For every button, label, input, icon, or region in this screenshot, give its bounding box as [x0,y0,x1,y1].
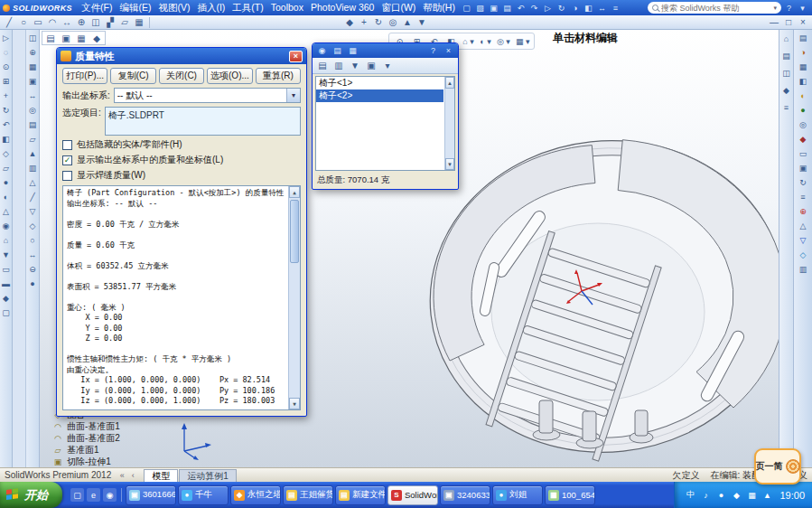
schedule-render-icon[interactable]: ▣ [797,162,809,174]
options-button[interactable]: 选项(O)... [207,68,252,84]
tree-item-cut-extrude-1[interactable]: ▣ 切除-拉伸1 [52,456,188,467]
close-icon[interactable]: × [796,16,810,29]
hole-alignment-icon[interactable]: ○ [26,234,39,247]
menu-help[interactable]: 帮助(H) [419,0,459,15]
circle-icon[interactable]: ○ [16,16,31,29]
custom-properties-icon[interactable]: ≡ [780,101,793,114]
render-options-icon[interactable]: ≡ [797,191,809,203]
save-list-icon[interactable]: ▣ [364,60,378,72]
dimension-icon[interactable]: ↔ [60,16,74,29]
feature-tree-tab-icon[interactable]: ▤ [43,32,58,44]
arc-icon[interactable]: ◠ [45,16,60,29]
shadow-icon[interactable]: ◐ [0,191,13,203]
smart-fastener-icon[interactable]: ▣ [26,75,39,88]
simulation-icon[interactable]: ▽ [797,234,809,247]
list-item[interactable]: 椅子<1> [316,77,443,89]
file-explorer-icon[interactable]: ◫ [780,67,793,80]
render-icon[interactable]: ● [797,104,809,117]
standard-views-icon[interactable]: ⌂ [0,234,13,247]
wireframe-icon[interactable]: ◇ [0,147,13,160]
normal-to-icon[interactable]: ▼ [0,249,13,261]
integrated-preview-icon[interactable]: ◎ [797,118,809,131]
redo-icon[interactable]: ↷ [527,2,541,14]
render-region-icon[interactable]: ▭ [797,147,809,160]
update-icon[interactable]: ▲ [761,489,773,502]
clearance-verification-icon[interactable]: ◇ [26,220,39,232]
help-icon[interactable]: ? [426,45,440,56]
final-render-icon[interactable]: ◆ [797,133,809,146]
insert-component-icon[interactable]: ◫ [26,32,39,44]
media-player-icon[interactable]: ◉ [103,488,117,502]
sketch-icon[interactable]: ╱ [2,16,16,29]
decals-icon[interactable]: ◧ [797,75,809,88]
show-weld-mass-checkbox[interactable]: 显示焊缝质量(W) [62,169,301,182]
mate-icon[interactable]: ⊕ [74,16,89,29]
shaded-icon[interactable]: ● [0,176,13,189]
mass-properties-icon[interactable]: ⊖ [26,263,39,276]
search-caret-icon[interactable]: ▾ [773,5,777,12]
configuration-manager-tab-icon[interactable]: ▦ [74,32,89,44]
task-sw-document[interactable]: ▣ 3240633.d... [440,485,490,505]
pattern-icon[interactable]: ▞ [103,16,117,29]
motion-icon[interactable]: △ [797,220,809,232]
task-folder-2[interactable]: ▤ 新建文件夹 [335,485,386,505]
open-icon[interactable]: ▧ [473,2,487,14]
interference-icon[interactable]: ▼ [415,16,429,29]
checkbox-icon[interactable]: ✓ [62,155,72,165]
tree-item-surface-plane-2[interactable]: ◠ 曲面-基准面2 [52,432,188,444]
minimize-icon[interactable]: — [767,16,781,29]
scroll-down-icon[interactable]: ▼ [445,158,454,170]
lasso-icon[interactable]: ◌ [0,46,13,59]
scroll-up-icon[interactable]: ▲ [445,77,454,89]
task-qq-liujie[interactable]: ● 刘姐 [492,485,543,505]
hide-show-items-icon[interactable]: ◎ ▾ [495,34,512,48]
section-view-icon[interactable]: ◧ [0,133,13,146]
sensor-icon[interactable]: ● [26,278,39,290]
flow-icon[interactable]: ◇ [797,249,809,261]
zoom-fit-icon[interactable]: ⊙ [0,61,13,73]
show-desktop-icon[interactable]: ▢ [70,488,84,502]
status-under-defined[interactable]: 欠定义 [672,469,699,482]
task-folder-1[interactable]: ▤ 王姐催货单 [283,485,333,505]
appearances-icon[interactable]: ◑ [797,46,809,59]
tree-item-plane-1[interactable]: ▱ 基准面1 [52,444,188,456]
zoom-area-icon[interactable]: ⊞ [0,75,13,88]
list-view-icon[interactable]: ▤ [331,45,344,56]
section-icon[interactable]: ◧ [582,2,595,14]
mate-icon[interactable]: ⊕ [26,46,39,59]
save-icon[interactable]: ▣ [487,2,500,14]
previous-view-icon[interactable]: ↶ [0,118,13,131]
ime-icon[interactable]: 中 [684,489,696,502]
front-view-icon[interactable]: ▭ [0,263,13,276]
pin-icon[interactable]: ◉ [315,45,329,56]
perspective-icon[interactable]: △ [0,205,13,218]
top-view-icon[interactable]: ▬ [0,278,13,290]
mascot-widget[interactable]: 页一简 [754,448,801,484]
reference-geometry-icon[interactable]: ▱ [26,133,39,146]
menu-view[interactable]: 视图(V) [154,0,193,15]
evaluate-icon[interactable]: ▦ [132,16,146,29]
body-list-dialog-titlebar[interactable]: ◉▤▦ ?× [313,43,458,58]
menu-tools[interactable]: 工具(T) [229,0,266,15]
list-scrollbar[interactable]: ▲ ▼ [444,77,454,170]
rotate-component-icon[interactable]: ↻ [371,16,386,29]
menu-file[interactable]: 文件(F) [78,0,116,15]
interference-detection-icon[interactable]: ▽ [26,205,39,218]
nested-list-icon[interactable]: ▥ [331,60,346,72]
search-input[interactable] [661,4,770,13]
help-icon[interactable]: ? [782,2,796,14]
rectangle-icon[interactable]: ▭ [31,16,45,29]
motion-study-icon[interactable]: ▲ [26,147,39,160]
measure-icon[interactable]: ↔ [595,2,609,14]
task-image-100[interactable]: ▦ 100_6546.b... [545,485,595,505]
ie-icon[interactable]: e [87,488,100,502]
view-orientation-icon[interactable]: ⌂ ▾ [461,34,476,48]
scene-icon[interactable]: ▦ [797,61,809,73]
task-solidworks[interactable]: S SolidWork... [387,485,438,505]
tree-view-icon[interactable]: ▦ [346,45,359,56]
tree-item-surface-plane-1[interactable]: ◠ 曲面-基准面1 [52,420,188,432]
output-coordinate-select[interactable]: -- 默认 -- ▾ [114,88,301,103]
scrollbar-thumb[interactable] [290,200,299,263]
tab-scroll-prev[interactable]: ‹ [127,471,138,480]
move-component-icon[interactable]: + [357,16,371,29]
